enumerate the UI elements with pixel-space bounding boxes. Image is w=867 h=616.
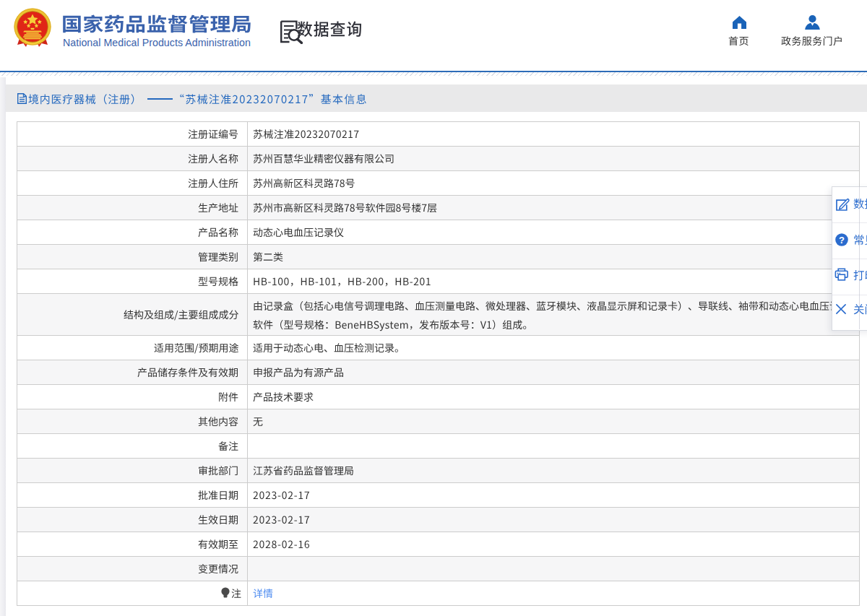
svg-text:?: ? bbox=[839, 235, 845, 246]
